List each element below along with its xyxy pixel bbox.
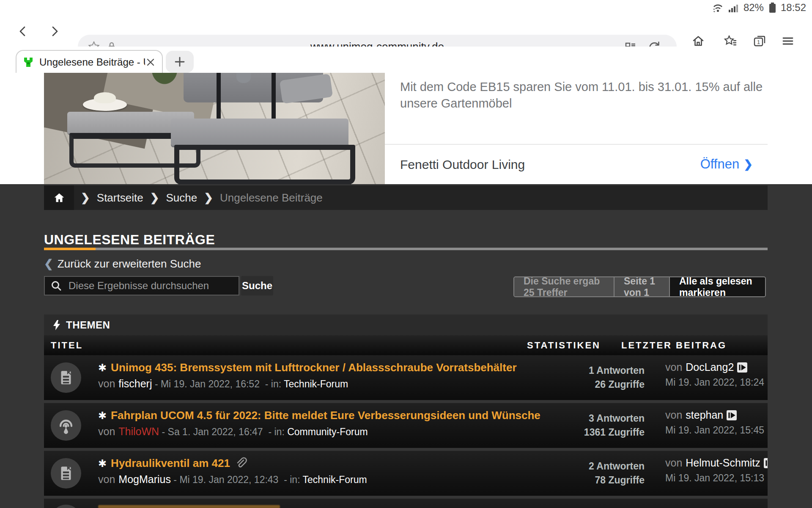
views-count: 1361 Zugriffe (567, 425, 645, 439)
lightning-icon (52, 319, 62, 331)
column-titel: TITEL (51, 340, 523, 351)
clock: 18:52 (781, 2, 806, 14)
forum-link[interactable]: Technik-Forum (303, 474, 367, 485)
topic-type-icon (56, 416, 76, 435)
breadcrumb-separator-icon: ❯ (204, 191, 213, 204)
search-button[interactable]: Suche (241, 276, 273, 295)
chevron-left-icon: ❮ (44, 257, 53, 271)
topic-row-partial[interactable] (44, 499, 768, 508)
topic-title-link[interactable]: Unimog 435: Bremssystem mit Lufttrockner… (111, 361, 516, 374)
mark-all-read-button[interactable]: Alle als gelesen markieren (669, 277, 765, 296)
topic-author-link[interactable]: ThiloWN (118, 425, 159, 437)
topic-type-icon (56, 368, 76, 387)
forward-icon[interactable] (48, 25, 61, 38)
plus-icon (173, 55, 186, 68)
topic-list: ✱ Unimog 435: Bremssystem mit Lufttrockn… (44, 355, 768, 508)
tab-title: Ungelesene Beiträge - U... (39, 56, 145, 68)
title-underline (44, 248, 768, 250)
topic-type-icon (56, 464, 76, 483)
unread-marker-icon: ✱ (98, 410, 107, 422)
result-toolbar: Die Suche ergab 25 Treffer Seite 1 von 1… (513, 276, 766, 297)
ad-text: Mit dem Code EB15 sparen Sie vom 11.01. … (400, 79, 772, 112)
forum-link[interactable]: Technik-Forum (284, 378, 348, 389)
ad-divider (385, 144, 768, 145)
topic-row[interactable]: ✱ Unimog 435: Bremssystem mit Lufttrockn… (44, 355, 768, 400)
ad-open-button[interactable]: Öffnen ❯ (700, 157, 753, 172)
new-tab-button[interactable] (166, 51, 194, 73)
site-favicon (22, 56, 34, 68)
topic-author-link[interactable]: fischerj (118, 378, 152, 389)
result-count-badge: Die Suche ergab 25 Treffer (514, 277, 614, 296)
bookmarks-icon[interactable] (724, 34, 737, 48)
topic-row[interactable]: ✱ Hydraulikventil am 421 vonMogMarius - … (44, 451, 768, 496)
breadcrumb: ❯ Startseite ❯ Suche ❯ Ungelesene Beiträ… (44, 185, 768, 210)
breadcrumb-separator-icon: ❯ (150, 191, 159, 204)
battery-icon (768, 1, 777, 14)
last-post: von Helmut-Schmitz Mi 19. Jan 2022, 15:1… (665, 457, 768, 484)
attachment-paperclip-icon (234, 457, 247, 470)
forum-link[interactable]: Community-Forum (287, 426, 368, 437)
topic-statistics: 2 Antworten 78 Zugriffe (567, 459, 645, 487)
tab-count: 1 (757, 39, 760, 45)
search-icon (50, 279, 63, 292)
close-tab-icon[interactable] (145, 57, 156, 68)
topic-author-link[interactable]: MogMarius (118, 473, 171, 485)
back-icon[interactable] (16, 25, 30, 38)
topic-title-link[interactable]: Fahrplan UCOM 4.5 für 2022: Bitte meldet… (111, 409, 540, 422)
topic-title-partial (98, 505, 280, 508)
last-post-date: Mi 19. Jan 2022, 15:45 (665, 425, 768, 436)
replies-count: 2 Antworten (567, 459, 645, 473)
browser-tab[interactable]: Ungelesene Beiträge - U... (16, 50, 163, 74)
topic-row[interactable]: ✱ Fahrplan UCOM 4.5 für 2022: Bitte meld… (44, 403, 768, 448)
back-to-search-link[interactable]: ❮ Zurück zur erweiterten Suche (44, 257, 201, 271)
topic-avatar (51, 362, 81, 393)
ad-open-label: Öffnen (700, 157, 740, 172)
last-post: von stephan Mi 19. Jan 2022, 15:45 (665, 409, 768, 436)
menu-icon[interactable] (781, 34, 795, 48)
ad-brand: Fenetti Outdoor Living (400, 157, 525, 172)
goto-last-post-icon[interactable] (727, 410, 737, 420)
replies-count: 1 Antworten (567, 364, 645, 378)
topic-avatar (51, 410, 81, 441)
topic-title-link[interactable]: Hydraulikventil am 421 (111, 457, 230, 470)
breadcrumb-separator-icon: ❯ (81, 191, 90, 204)
last-post-author-link[interactable]: stephan (686, 409, 723, 421)
topics-section-title: THEMEN (66, 319, 110, 331)
unread-marker-icon: ✱ (98, 458, 107, 469)
home-icon (53, 191, 66, 204)
search-input[interactable] (68, 279, 230, 292)
forum-page: ❯ Startseite ❯ Suche ❯ Ungelesene Beiträ… (0, 184, 812, 508)
topic-byline: vonfischerj - Mi 19. Jan 2022, 16:52 - i… (98, 378, 546, 390)
last-post-date: Mi 19. Jan 2022, 18:24 (665, 377, 768, 388)
tabs-icon[interactable]: 1 (752, 34, 767, 48)
topics-column-header: TITEL STATISTIKEN LETZTER BEITRAG (44, 335, 768, 355)
topic-statistics: 1 Antworten 26 Zugriffe (567, 364, 645, 392)
goto-last-post-icon[interactable] (737, 362, 747, 373)
views-count: 26 Zugriffe (567, 378, 645, 392)
last-post-date: Mi 19. Jan 2022, 15:13 (665, 472, 768, 484)
breadcrumb-item-startseite[interactable]: Startseite (97, 191, 143, 204)
topic-statistics: 3 Antworten 1361 Zugriffe (567, 411, 645, 439)
result-search-box[interactable] (44, 276, 239, 295)
browser-toolbar: www.unimog-community.de 1 (0, 15, 812, 47)
last-post-author-link[interactable]: Helmut-Schmitz (686, 457, 760, 469)
breadcrumb-item-suche[interactable]: Suche (166, 191, 197, 204)
breadcrumb-home-button[interactable] (44, 185, 74, 210)
topics-section-header: THEMEN (44, 315, 768, 335)
home-icon[interactable] (691, 34, 705, 48)
breadcrumb-item-current: Ungelesene Beiträge (220, 191, 323, 204)
ad-photo (44, 73, 385, 184)
ad-banner[interactable]: Mit dem Code EB15 sparen Sie vom 11.01. … (0, 73, 812, 184)
page-indicator: Seite 1 von 1 (614, 277, 669, 296)
topic-avatar (51, 458, 81, 489)
signal-icon (728, 1, 740, 14)
back-link-label: Zurück zur erweiterten Suche (58, 257, 201, 271)
goto-last-post-icon[interactable] (764, 458, 768, 468)
last-post-author-link[interactable]: DocLang2 (686, 361, 734, 373)
battery-percent: 82% (743, 2, 764, 14)
column-statistiken: STATISTIKEN (523, 340, 601, 351)
topic-avatar (51, 505, 81, 508)
views-count: 78 Zugriffe (567, 473, 645, 487)
replies-count: 3 Antworten (567, 411, 645, 425)
last-post: von DocLang2 Mi 19. Jan 2022, 18:24 (665, 361, 768, 388)
